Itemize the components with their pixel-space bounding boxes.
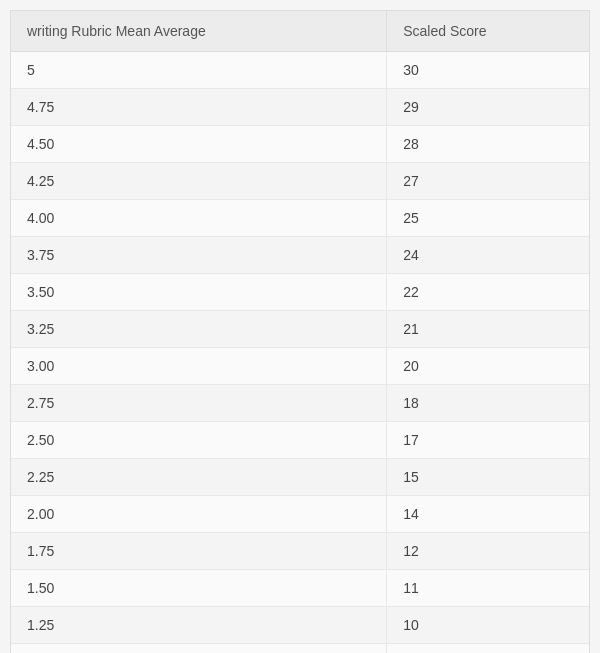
rubric-cell: 3.75 (11, 237, 387, 274)
table-row: 1.5011 (11, 570, 589, 607)
rubric-cell: 3.50 (11, 274, 387, 311)
score-cell: 15 (387, 459, 589, 496)
score-cell: 24 (387, 237, 589, 274)
score-cell: 8 (387, 644, 589, 654)
rubric-cell: 4.00 (11, 200, 387, 237)
rubric-cell: 4.25 (11, 163, 387, 200)
table-row: 2.0014 (11, 496, 589, 533)
rubric-cell: 1.25 (11, 607, 387, 644)
rubric-cell: 5 (11, 52, 387, 89)
score-cell: 18 (387, 385, 589, 422)
score-cell: 30 (387, 52, 589, 89)
score-table: writing Rubric Mean Average Scaled Score… (10, 10, 590, 653)
table-row: 1.008 (11, 644, 589, 654)
rubric-cell: 4.50 (11, 126, 387, 163)
score-cell: 11 (387, 570, 589, 607)
rubric-cell: 2.00 (11, 496, 387, 533)
table-row: 4.2527 (11, 163, 589, 200)
score-cell: 20 (387, 348, 589, 385)
score-cell: 28 (387, 126, 589, 163)
table-row: 3.0020 (11, 348, 589, 385)
score-cell: 14 (387, 496, 589, 533)
score-cell: 21 (387, 311, 589, 348)
rubric-cell: 2.25 (11, 459, 387, 496)
rubric-cell: 3.00 (11, 348, 387, 385)
table-header-row: writing Rubric Mean Average Scaled Score (11, 11, 589, 52)
score-cell: 29 (387, 89, 589, 126)
score-cell: 22 (387, 274, 589, 311)
table-row: 2.5017 (11, 422, 589, 459)
table-row: 1.7512 (11, 533, 589, 570)
rubric-cell: 3.25 (11, 311, 387, 348)
rubric-cell: 4.75 (11, 89, 387, 126)
table-row: 3.7524 (11, 237, 589, 274)
rubric-header: writing Rubric Mean Average (11, 11, 387, 52)
table-row: 2.2515 (11, 459, 589, 496)
table-row: 4.0025 (11, 200, 589, 237)
table-row: 1.2510 (11, 607, 589, 644)
rubric-cell: 1.00 (11, 644, 387, 654)
score-header: Scaled Score (387, 11, 589, 52)
table-row: 3.5022 (11, 274, 589, 311)
rubric-cell: 2.75 (11, 385, 387, 422)
table-row: 4.5028 (11, 126, 589, 163)
table-row: 4.7529 (11, 89, 589, 126)
table-row: 3.2521 (11, 311, 589, 348)
rubric-cell: 2.50 (11, 422, 387, 459)
score-cell: 27 (387, 163, 589, 200)
table-row: 530 (11, 52, 589, 89)
table-row: 2.7518 (11, 385, 589, 422)
score-cell: 17 (387, 422, 589, 459)
score-cell: 12 (387, 533, 589, 570)
rubric-cell: 1.75 (11, 533, 387, 570)
score-cell: 10 (387, 607, 589, 644)
rubric-cell: 1.50 (11, 570, 387, 607)
score-cell: 25 (387, 200, 589, 237)
